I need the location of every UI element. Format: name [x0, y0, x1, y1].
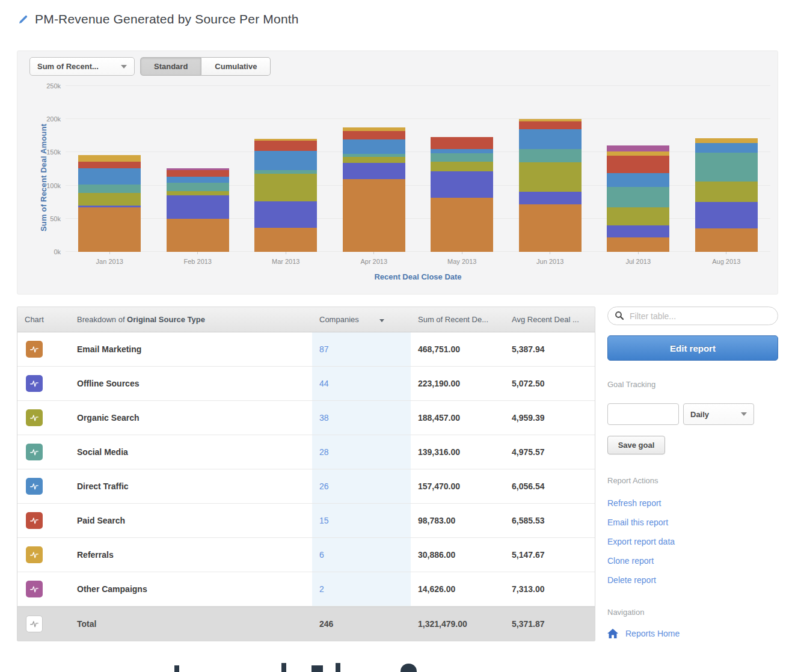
- companies-count-link[interactable]: 15: [319, 516, 329, 525]
- bar-segment-social-media[interactable]: [519, 149, 582, 162]
- sparkline-icon[interactable]: [26, 375, 43, 392]
- bar-segment-offline-sources[interactable]: [519, 192, 582, 205]
- bar-segment-social-media[interactable]: [167, 183, 229, 191]
- column-header-avg[interactable]: Avg Recent Deal ...: [505, 315, 595, 324]
- standard-mode-button[interactable]: Standard: [140, 57, 201, 76]
- bar-segment-referrals[interactable]: [607, 151, 669, 156]
- companies-count-link[interactable]: 87: [319, 344, 329, 354]
- bar-segment-direct-traffic[interactable]: [78, 168, 141, 185]
- bar-segment-organic-search[interactable]: [519, 162, 582, 192]
- bar-segment-social-media[interactable]: [607, 187, 669, 207]
- sparkline-icon[interactable]: [26, 444, 43, 460]
- bars-container: [66, 86, 770, 252]
- bar-segment-organic-search[interactable]: [607, 207, 669, 226]
- bar-segment-organic-search[interactable]: [431, 162, 493, 171]
- edit-report-button[interactable]: Edit report: [607, 335, 778, 361]
- bar-segment-social-media[interactable]: [431, 153, 493, 162]
- action-link-clone-report[interactable]: Clone report: [607, 551, 778, 570]
- bar-segment-email-marketing[interactable]: [431, 198, 493, 252]
- bar-segment-paid-search[interactable]: [78, 162, 141, 168]
- chart-cell: [17, 409, 70, 426]
- stacked-bar-may-2013[interactable]: [431, 137, 493, 252]
- x-tick-label: Aug 2013: [683, 258, 771, 265]
- bar-segment-direct-traffic[interactable]: [254, 151, 317, 171]
- bar-segment-direct-traffic[interactable]: [167, 177, 229, 183]
- bar-segment-paid-search[interactable]: [167, 170, 229, 177]
- bar-segment-social-media[interactable]: [78, 185, 141, 193]
- companies-count-link[interactable]: 44: [319, 379, 329, 388]
- stacked-bar-apr-2013[interactable]: [343, 127, 405, 252]
- cumulative-mode-button[interactable]: Cumulative: [201, 57, 271, 76]
- companies-count-link[interactable]: 2: [319, 584, 324, 594]
- chart-mode-toggle: Standard Cumulative: [140, 57, 271, 76]
- bar-segment-offline-sources[interactable]: [343, 163, 405, 179]
- bar-segment-paid-search[interactable]: [607, 156, 669, 173]
- table-row-direct-traffic: Direct Traffic26157,470.006,056.54: [17, 469, 595, 504]
- bar-segment-email-marketing[interactable]: [254, 228, 317, 252]
- stacked-bar-jul-2013[interactable]: [607, 145, 669, 252]
- filter-table-input[interactable]: [607, 307, 778, 325]
- stacked-bar-aug-2013[interactable]: [695, 138, 758, 252]
- sparkline-icon[interactable]: [26, 512, 43, 529]
- sparkline-icon[interactable]: [26, 478, 43, 495]
- bar-segment-email-marketing[interactable]: [519, 204, 582, 252]
- bar-segment-offline-sources[interactable]: [695, 202, 758, 228]
- bar-segment-direct-traffic[interactable]: [695, 143, 758, 153]
- bar-segment-other-campaigns[interactable]: [607, 145, 669, 151]
- companies-count-link[interactable]: 28: [319, 447, 329, 457]
- bar-segment-paid-search[interactable]: [519, 121, 582, 130]
- companies-count-link[interactable]: 26: [319, 481, 329, 491]
- table-row-other-campaigns: Other Campaigns214,626.007,313.00: [17, 572, 595, 606]
- bar-segment-offline-sources[interactable]: [254, 201, 317, 228]
- save-goal-button[interactable]: Save goal: [607, 436, 665, 454]
- chart-panel: Sum of Recent... Standard Cumulative Sum…: [17, 50, 778, 295]
- edit-pencil-icon[interactable]: [18, 14, 28, 25]
- bar-segment-offline-sources[interactable]: [431, 171, 493, 198]
- stacked-bar-mar-2013[interactable]: [254, 139, 317, 252]
- action-link-email-this-report[interactable]: Email this report: [607, 513, 778, 532]
- column-header-companies[interactable]: Companies: [312, 315, 411, 324]
- sparkline-icon[interactable]: [26, 546, 43, 563]
- stacked-bar-jan-2013[interactable]: [78, 155, 141, 252]
- bar-segment-organic-search[interactable]: [343, 157, 405, 162]
- goal-frequency-dropdown[interactable]: Daily: [683, 403, 754, 425]
- bar-segment-organic-search[interactable]: [695, 182, 758, 202]
- sparkline-icon[interactable]: [26, 341, 43, 358]
- companies-count-link[interactable]: 38: [319, 413, 329, 423]
- companies-count-link[interactable]: 6: [319, 550, 324, 560]
- bar-segment-organic-search[interactable]: [167, 191, 229, 196]
- column-header-sum[interactable]: Sum of Recent De...: [411, 315, 505, 324]
- bar-segment-direct-traffic[interactable]: [519, 129, 582, 149]
- goal-value-input[interactable]: [607, 403, 679, 425]
- metric-dropdown[interactable]: Sum of Recent...: [29, 57, 135, 76]
- stacked-bar-feb-2013[interactable]: [167, 168, 229, 252]
- bar-segment-social-media[interactable]: [695, 153, 758, 182]
- bar-segment-referrals[interactable]: [78, 155, 141, 162]
- action-link-export-report-data[interactable]: Export report data: [607, 532, 778, 551]
- bar-segment-email-marketing[interactable]: [167, 219, 229, 252]
- bar-segment-email-marketing[interactable]: [695, 228, 758, 252]
- stacked-bar-jun-2013[interactable]: [519, 119, 582, 252]
- bar-segment-email-marketing[interactable]: [78, 207, 141, 252]
- bar-segment-organic-search[interactable]: [254, 174, 317, 201]
- bar-segment-paid-search[interactable]: [254, 141, 317, 151]
- sparkline-icon[interactable]: [26, 615, 43, 632]
- bar-segment-offline-sources[interactable]: [607, 225, 669, 237]
- bar-segment-direct-traffic[interactable]: [343, 139, 405, 154]
- column-header-breakdown[interactable]: Breakdown of Original Source Type: [70, 315, 312, 324]
- reports-home-link[interactable]: Reports Home: [625, 629, 680, 638]
- bar-segment-email-marketing[interactable]: [343, 179, 405, 252]
- action-link-refresh-report[interactable]: Refresh report: [607, 493, 778, 513]
- bar-segment-offline-sources[interactable]: [167, 195, 229, 219]
- bar-segment-direct-traffic[interactable]: [607, 173, 669, 187]
- bar-segment-paid-search[interactable]: [431, 137, 493, 149]
- sparkline-icon[interactable]: [26, 581, 43, 597]
- bar-segment-referrals[interactable]: [695, 138, 758, 143]
- sparkline-icon[interactable]: [26, 409, 43, 426]
- bar-segment-email-marketing[interactable]: [607, 237, 669, 252]
- bar-segment-organic-search[interactable]: [78, 193, 141, 205]
- column-header-chart[interactable]: Chart: [17, 315, 70, 324]
- companies-cell: 28: [312, 435, 411, 469]
- action-link-delete-report[interactable]: Delete report: [607, 570, 778, 590]
- bar-segment-paid-search[interactable]: [343, 131, 405, 139]
